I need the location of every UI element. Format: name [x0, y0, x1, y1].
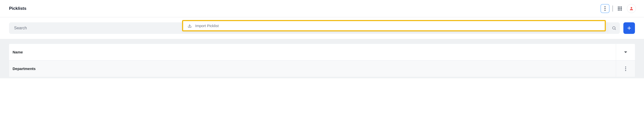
svg-line-2	[615, 29, 616, 30]
user-icon	[629, 6, 634, 11]
toolbar: Import Picklist	[0, 17, 644, 39]
import-picklist-label: Import Picklist	[195, 24, 219, 28]
import-picklist-item[interactable]: Import Picklist	[188, 24, 219, 28]
app-launcher-icon[interactable]	[616, 5, 624, 13]
import-icon	[188, 24, 192, 28]
header-actions	[600, 4, 636, 13]
plus-icon	[627, 26, 632, 31]
svg-point-1	[613, 27, 615, 29]
caret-down-icon	[624, 51, 627, 53]
add-button[interactable]	[623, 22, 635, 34]
table-row[interactable]: Departments	[9, 60, 635, 77]
content-area: Name Departments	[0, 39, 644, 78]
kebab-icon	[605, 6, 606, 11]
kebab-icon	[625, 66, 626, 71]
svg-point-0	[631, 7, 632, 9]
magnifier-icon	[612, 26, 616, 30]
app-header: Picklists	[0, 0, 644, 17]
context-dropdown[interactable]: Import Picklist	[182, 20, 606, 31]
header-divider	[613, 6, 613, 12]
table-header-row: Name	[9, 44, 635, 60]
column-sort-toggle[interactable]	[616, 44, 635, 60]
page-title: Picklists	[9, 6, 26, 11]
more-options-button[interactable]	[600, 4, 610, 13]
user-avatar-button[interactable]	[627, 4, 636, 13]
row-actions-button[interactable]	[616, 60, 635, 77]
search-button[interactable]	[608, 22, 620, 34]
column-header-name[interactable]: Name	[9, 44, 616, 60]
row-name-cell: Departments	[9, 60, 616, 77]
picklists-table: Name Departments	[9, 44, 635, 77]
